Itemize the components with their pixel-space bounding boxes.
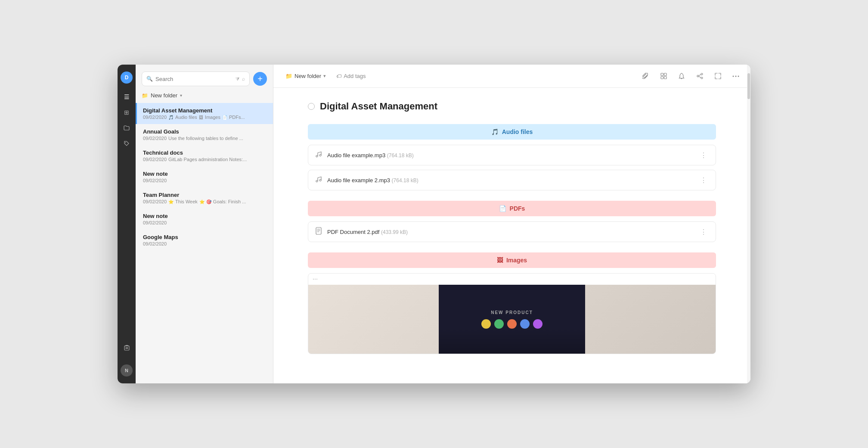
svg-point-11 [738, 75, 739, 77]
filter-icon[interactable]: ⧩ [236, 76, 239, 82]
svg-point-0 [125, 142, 126, 143]
expand-icon[interactable] [712, 70, 724, 82]
search-bar[interactable]: 🔍 ⧩ ⌕ [142, 72, 250, 86]
main-toolbar: 📁 New folder ▾ 🏷 Add tags [273, 65, 750, 88]
note-item[interactable]: Technical docs 09/02/2020 GitLab Pages a… [136, 145, 273, 166]
note-title: Digital Asset Management [143, 107, 267, 114]
folder-label-text: New folder [151, 92, 177, 99]
grid-icon[interactable]: ⊞ [120, 106, 133, 119]
paperclip-icon[interactable] [639, 70, 651, 82]
note-title: Annual Goals [143, 128, 267, 135]
hamburger-menu-icon[interactable]: ☰ [120, 90, 133, 103]
svg-rect-12 [316, 227, 321, 234]
search-input[interactable] [155, 76, 233, 82]
toolbar-right [639, 70, 742, 82]
toolbar-folder-button[interactable]: 📁 New folder ▾ [282, 71, 329, 81]
toolbar-add-tags-button[interactable]: 🏷 Add tags [333, 71, 369, 81]
svg-rect-4 [661, 77, 663, 79]
image-preview: ⋯ NEW PRODUCT [308, 273, 716, 354]
main-content: 📁 New folder ▾ 🏷 Add tags [273, 65, 750, 383]
user-avatar-bottom[interactable]: N [121, 364, 133, 376]
more-options-icon[interactable] [730, 70, 742, 82]
svg-point-8 [701, 77, 703, 79]
add-note-button[interactable]: + [253, 72, 267, 86]
toolbar-left: 📁 New folder ▾ 🏷 Add tags [282, 71, 634, 81]
toolbar-tag-icon: 🏷 [336, 73, 341, 79]
folder-nav-icon[interactable] [120, 121, 133, 134]
notes-sidebar: 🔍 ⧩ ⌕ + 📁 New folder ▾ Digital Asset Man… [136, 65, 273, 383]
sidebar-header: 🔍 ⧩ ⌕ + [136, 65, 273, 90]
note-item[interactable]: Google Maps 09/02/2020 [136, 230, 273, 251]
toolbar-folder-chevron-icon: ▾ [323, 73, 326, 79]
note-meta: 09/02/2020 [143, 241, 267, 246]
product-dot [520, 319, 530, 329]
svg-rect-2 [661, 73, 663, 76]
file-name: PDF Document 2.pdf (433.99 kB) [327, 229, 693, 235]
image-more-options-icon[interactable]: ⋯ [313, 276, 318, 282]
scroll-thumb[interactable] [747, 73, 750, 99]
product-dot [507, 319, 517, 329]
svg-rect-3 [664, 73, 666, 76]
images-section-label: Images [506, 257, 527, 264]
folder-label[interactable]: 📁 New folder ▾ [136, 90, 273, 103]
svg-point-7 [697, 75, 699, 77]
trash-nav-icon[interactable] [120, 341, 133, 354]
file-name: Audio file example.mp3 (764.18 kB) [327, 152, 693, 159]
image-preview-header: ⋯ [308, 274, 716, 285]
folder-label-icon: 📁 [142, 93, 148, 99]
toolbar-folder-icon: 📁 [285, 73, 292, 79]
note-item[interactable]: Digital Asset Management 09/02/2020 🎵 Au… [136, 103, 273, 124]
icon-sidebar: D ☰ ⊞ N [118, 65, 136, 383]
product-dots [481, 319, 542, 329]
image-mock: NEW PRODUCT [308, 285, 716, 354]
audio-section-icon: 🎵 [491, 128, 499, 135]
folder-chevron-icon: ▾ [180, 93, 182, 98]
file-menu-button[interactable]: ⋮ [698, 228, 709, 236]
note-title: Technical docs [143, 149, 267, 156]
audio-section-header: 🎵 Audio files [308, 124, 716, 140]
file-menu-button[interactable]: ⋮ [698, 151, 709, 159]
search-icon: 🔍 [146, 76, 153, 82]
tag-nav-icon[interactable] [120, 137, 133, 150]
note-item[interactable]: Annual Goals 09/02/2020 Use the followin… [136, 124, 273, 145]
note-item[interactable]: Team Planner 09/02/2020 ⭐ This Week ⭐ 🎯 … [136, 187, 273, 208]
note-meta: 09/02/2020 [143, 178, 267, 183]
svg-point-6 [701, 73, 703, 75]
file-menu-button[interactable]: ⋮ [698, 176, 709, 184]
pdfs-section: 📄 PDFs PDF Document 2.pdf (433.99 kB) ⋮ [308, 201, 716, 242]
svg-point-10 [735, 75, 737, 77]
note-meta: 09/02/2020 Use the following tables to d… [143, 136, 267, 141]
share-icon[interactable] [694, 70, 706, 82]
product-dot [494, 319, 504, 329]
pdfs-section-label: PDFs [510, 205, 525, 212]
app-window: D ☰ ⊞ N 🔍 ⧩ ⌕ + 📁 New folder [118, 65, 750, 383]
images-section-header: 🖼 Images [308, 252, 716, 268]
product-image-mockup: NEW PRODUCT [439, 285, 585, 354]
note-title: New note [143, 213, 267, 219]
file-item: Audio file example 2.mp3 (764.18 kB) ⋮ [308, 170, 716, 190]
note-meta: 09/02/2020 [143, 220, 267, 225]
toolbar-folder-label: New folder [294, 73, 321, 79]
file-item: PDF Document 2.pdf (433.99 kB) ⋮ [308, 221, 716, 242]
svg-rect-5 [664, 77, 666, 79]
svg-point-9 [733, 75, 734, 77]
scrollbar[interactable] [747, 65, 750, 383]
note-title: Team Planner [143, 192, 267, 198]
note-meta: 09/02/2020 🎵 Audio files 🖼 Images 📄 PDFs… [143, 115, 267, 120]
note-item[interactable]: New note 09/02/2020 [136, 166, 273, 187]
pdf-file-icon [315, 227, 322, 236]
toolbar-tag-label: Add tags [344, 73, 366, 79]
audio-file-icon [315, 150, 322, 160]
search-magnifier-icon[interactable]: ⌕ [242, 76, 245, 82]
title-radio-button[interactable] [308, 103, 315, 110]
bell-icon[interactable] [676, 70, 688, 82]
document-title: Digital Asset Management [320, 101, 437, 112]
grid-view-toolbar-icon[interactable] [657, 70, 670, 82]
notes-list: Digital Asset Management 09/02/2020 🎵 Au… [136, 103, 273, 383]
audio-file-icon [315, 175, 322, 185]
note-title: New note [143, 171, 267, 177]
note-meta: 09/02/2020 GitLab Pages administration N… [143, 157, 267, 162]
user-avatar-top[interactable]: D [121, 72, 133, 84]
note-meta: 09/02/2020 ⭐ This Week ⭐ 🎯 Goals: Finish… [143, 199, 267, 204]
note-item[interactable]: New note 09/02/2020 [136, 208, 273, 230]
